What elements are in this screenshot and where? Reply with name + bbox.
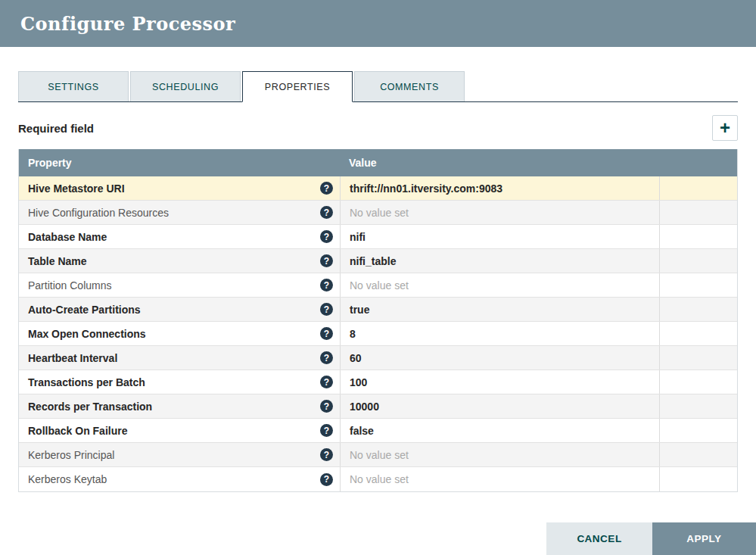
table-row[interactable]: Transactions per Batch?100 <box>19 370 737 394</box>
dialog-footer: CANCEL APPLY <box>546 522 756 555</box>
property-value[interactable]: 60 <box>340 346 659 369</box>
property-name: Auto-Create Partitions <box>28 304 141 316</box>
tab-bar: SETTINGS SCHEDULING PROPERTIES COMMENTS <box>18 71 738 102</box>
property-cell: Records per Transaction? <box>19 394 340 418</box>
row-spacer <box>659 249 737 273</box>
row-spacer <box>659 394 737 418</box>
table-row[interactable]: Max Open Connections?8 <box>19 322 737 346</box>
property-value[interactable]: No value set <box>340 273 659 297</box>
property-cell: Kerberos Keytab? <box>19 467 340 491</box>
table-row[interactable]: Database Name?nifi <box>19 225 737 249</box>
property-name: Records per Transaction <box>28 401 152 413</box>
table-row[interactable]: Hive Configuration Resources?No value se… <box>19 201 737 225</box>
property-value[interactable]: 100 <box>340 370 659 394</box>
property-cell: Hive Configuration Resources? <box>19 201 340 224</box>
help-icon[interactable]: ? <box>320 230 333 243</box>
property-cell: Table Name? <box>19 249 340 273</box>
help-icon[interactable]: ? <box>320 303 333 316</box>
row-spacer <box>659 419 737 442</box>
property-name: Kerberos Principal <box>28 449 114 461</box>
help-icon[interactable]: ? <box>320 424 333 437</box>
help-icon[interactable]: ? <box>320 182 333 195</box>
properties-table-body: Hive Metastore URI?thrift://nn01.itversi… <box>19 176 737 491</box>
property-name: Kerberos Keytab <box>28 473 107 485</box>
help-icon[interactable]: ? <box>320 206 333 219</box>
table-row[interactable]: Rollback On Failure?false <box>19 419 737 443</box>
table-row[interactable]: Kerberos Keytab?No value set <box>19 467 737 491</box>
dialog-title: Configure Processor <box>20 13 235 35</box>
table-row[interactable]: Heartbeat Interval?60 <box>19 346 737 370</box>
table-row[interactable]: Kerberos Principal?No value set <box>19 443 737 467</box>
property-cell: Hive Metastore URI? <box>19 176 340 200</box>
property-value[interactable]: nifi <box>340 225 659 248</box>
row-spacer <box>659 273 737 297</box>
table-row[interactable]: Partition Columns?No value set <box>19 273 737 298</box>
property-cell: Rollback On Failure? <box>19 419 340 442</box>
properties-table: Property Value Hive Metastore URI?thrift… <box>18 149 738 492</box>
row-spacer <box>659 298 737 321</box>
tab-settings[interactable]: SETTINGS <box>18 71 129 101</box>
table-header-row: Property Value <box>19 149 737 176</box>
property-value[interactable]: false <box>340 419 659 442</box>
cancel-button[interactable]: CANCEL <box>546 522 652 555</box>
property-name: Hive Configuration Resources <box>28 207 169 219</box>
row-spacer <box>659 201 737 224</box>
help-icon[interactable]: ? <box>320 473 333 486</box>
row-spacer <box>659 322 737 345</box>
table-toolbar: Required field + <box>18 115 738 141</box>
property-value[interactable]: true <box>340 298 659 321</box>
row-spacer <box>659 467 737 491</box>
dialog-header: Configure Processor <box>0 0 756 47</box>
property-value[interactable]: 10000 <box>340 394 659 418</box>
table-row[interactable]: Auto-Create Partitions?true <box>19 298 737 322</box>
property-value[interactable]: 8 <box>340 322 659 345</box>
column-header-property: Property <box>19 157 340 169</box>
property-cell: Transactions per Batch? <box>19 370 340 394</box>
add-icon: + <box>720 119 730 137</box>
property-cell: Partition Columns? <box>19 273 340 297</box>
property-cell: Kerberos Principal? <box>19 443 340 466</box>
property-value[interactable]: No value set <box>340 443 659 466</box>
property-cell: Heartbeat Interval? <box>19 346 340 369</box>
property-value[interactable]: No value set <box>340 201 659 224</box>
table-row[interactable]: Records per Transaction?10000 <box>19 394 737 419</box>
property-cell: Max Open Connections? <box>19 322 340 345</box>
property-value[interactable]: thrift://nn01.itversity.com:9083 <box>340 176 659 200</box>
tab-scheduling[interactable]: SCHEDULING <box>130 71 241 101</box>
row-spacer <box>659 370 737 394</box>
property-name: Partition Columns <box>28 279 112 292</box>
property-cell: Auto-Create Partitions? <box>19 298 340 321</box>
property-value[interactable]: nifi_table <box>340 249 659 273</box>
property-name: Database Name <box>28 231 107 243</box>
row-spacer <box>659 346 737 369</box>
help-icon[interactable]: ? <box>320 254 333 267</box>
property-name: Max Open Connections <box>28 328 146 340</box>
help-icon[interactable]: ? <box>320 376 333 388</box>
add-property-button[interactable]: + <box>712 115 738 141</box>
property-cell: Database Name? <box>19 225 340 248</box>
row-spacer <box>659 176 737 200</box>
required-field-label: Required field <box>18 122 94 135</box>
table-row[interactable]: Hive Metastore URI?thrift://nn01.itversi… <box>19 176 737 201</box>
property-name: Table Name <box>28 255 87 267</box>
table-row[interactable]: Table Name?nifi_table <box>19 249 737 273</box>
help-icon[interactable]: ? <box>320 279 333 292</box>
help-icon[interactable]: ? <box>320 351 333 364</box>
help-icon[interactable]: ? <box>320 448 333 461</box>
property-name: Transactions per Batch <box>28 376 145 388</box>
apply-button[interactable]: APPLY <box>652 522 756 555</box>
property-name: Rollback On Failure <box>28 425 127 437</box>
help-icon[interactable]: ? <box>320 327 333 340</box>
property-name: Hive Metastore URI <box>28 182 125 195</box>
tab-comments[interactable]: COMMENTS <box>354 71 465 101</box>
help-icon[interactable]: ? <box>320 400 333 413</box>
row-spacer <box>659 443 737 466</box>
row-spacer <box>659 225 737 248</box>
property-name: Heartbeat Interval <box>28 352 117 364</box>
tab-properties[interactable]: PROPERTIES <box>242 71 353 102</box>
property-value[interactable]: No value set <box>340 467 659 491</box>
column-header-value: Value <box>340 157 659 169</box>
